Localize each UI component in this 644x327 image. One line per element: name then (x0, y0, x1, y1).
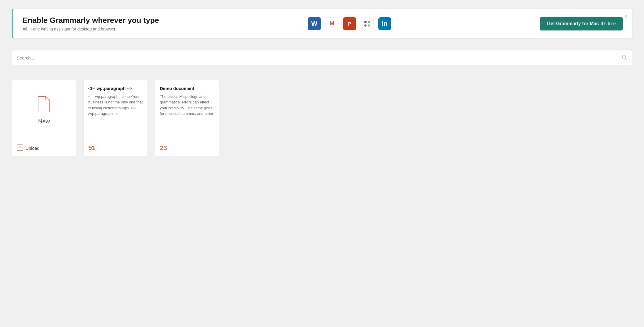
banner-subtitle: All-in-one writing assistant for desktop… (23, 27, 159, 31)
search-icon (621, 54, 627, 62)
gmail-icon: M (326, 17, 338, 30)
search-input[interactable] (17, 55, 621, 60)
document-card-2[interactable]: Demo document The basics Mispellings and… (155, 80, 219, 156)
slack-icon (361, 17, 374, 30)
cards-row: New Upload <!-- wp:paragraph --> <!-- wp… (12, 80, 632, 156)
linkedin-icon: in (378, 17, 391, 30)
svg-point-4 (364, 24, 367, 27)
cta-label: Get Grammarly for Mac (547, 21, 599, 26)
svg-point-3 (368, 21, 370, 23)
new-document-card[interactable]: New Upload (12, 80, 76, 156)
svg-text:P: P (348, 21, 351, 27)
doc-1-preview: <!-- wp:paragraph --> <p>Your business i… (88, 94, 143, 117)
doc-1-footer: 51 (84, 140, 148, 156)
new-card-footer[interactable]: Upload (12, 140, 76, 156)
banner-title: Enable Grammarly wherever you type (23, 16, 159, 25)
new-card-label: New (38, 118, 50, 125)
doc-1-title: <!-- wp:paragraph --> (88, 86, 143, 91)
doc-1-issue-count: 51 (88, 144, 95, 151)
new-card-body: New (12, 80, 76, 140)
promo-banner: Enable Grammarly wherever you type All-i… (12, 9, 632, 38)
svg-line-7 (625, 58, 627, 59)
doc-2-preview: The basics Mispellings and grammatical e… (160, 94, 214, 117)
upload-label: Upload (26, 146, 40, 151)
cta-free-label: It's free (601, 21, 616, 26)
new-doc-icon (37, 96, 51, 113)
doc-2-title: Demo document (160, 86, 214, 91)
svg-point-2 (364, 21, 367, 23)
banner-close-button[interactable]: × (624, 13, 628, 19)
word-icon: W (308, 17, 321, 30)
doc-2-issue-count: 23 (160, 144, 167, 151)
get-grammarly-button[interactable]: Get Grammarly for Mac It's free (540, 17, 623, 30)
upload-icon (17, 144, 23, 152)
document-card-1[interactable]: <!-- wp:paragraph --> <!-- wp:paragraph … (83, 80, 148, 156)
powerpoint-icon: P (343, 17, 356, 30)
doc-2-footer: 23 (155, 140, 219, 156)
search-bar (12, 50, 632, 65)
doc-card-2-body: Demo document The basics Mispellings and… (155, 80, 219, 140)
banner-app-icons: W M P in (308, 17, 391, 30)
doc-card-1-body: <!-- wp:paragraph --> <!-- wp:paragraph … (84, 80, 148, 140)
banner-text: Enable Grammarly wherever you type All-i… (23, 16, 159, 31)
svg-point-5 (368, 24, 370, 27)
